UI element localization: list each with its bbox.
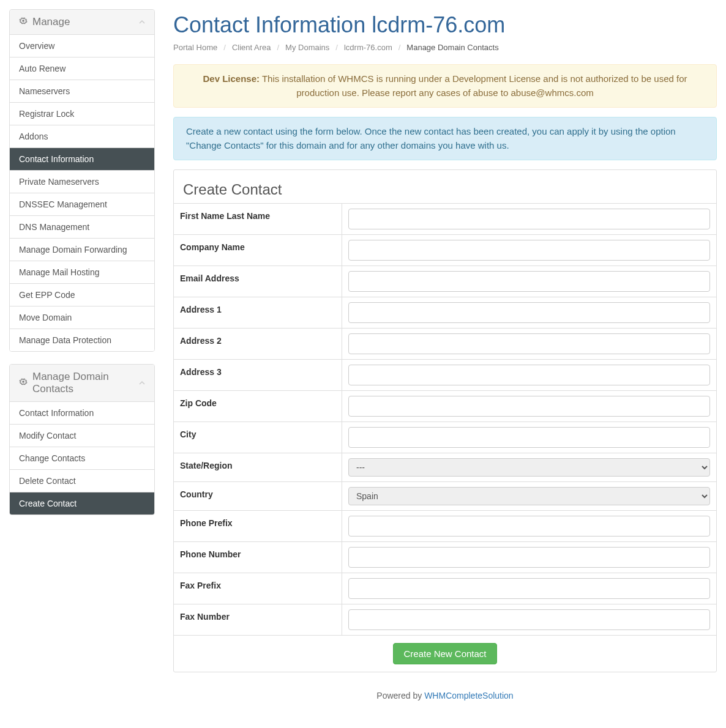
chevron-up-icon xyxy=(139,17,145,27)
footer-link[interactable]: WHMCompleteSolution xyxy=(424,691,514,700)
sidebar-item-manage-3[interactable]: Registrar Lock xyxy=(10,102,154,125)
breadcrumb-link-0[interactable]: Portal Home xyxy=(173,43,217,52)
page-title: Contact Information lcdrm-76.com xyxy=(173,12,717,38)
dev-license-text: This installation of WHMCS is running un… xyxy=(260,73,687,98)
form-input-0[interactable] xyxy=(348,209,710,229)
contacts-panel-heading[interactable]: Manage Domain Contacts xyxy=(10,365,154,402)
sidebar: Manage OverviewAuto RenewNameserversRegi… xyxy=(9,9,155,527)
breadcrumb-item-0: Portal Home xyxy=(173,43,217,52)
form-input-5[interactable] xyxy=(348,365,710,385)
form-input-3[interactable] xyxy=(348,302,710,323)
sidebar-item-contacts-2[interactable]: Change Contacts xyxy=(10,447,154,469)
form-label-11: Phone Number xyxy=(174,542,342,573)
form-label-2: Email Address xyxy=(174,266,342,297)
sidebar-item-manage-1[interactable]: Auto Renew xyxy=(10,57,154,80)
sidebar-item-manage-10[interactable]: Manage Mail Hosting xyxy=(10,261,154,283)
manage-list: OverviewAuto RenewNameserversRegistrar L… xyxy=(10,35,154,351)
form-heading: Create Contact xyxy=(183,181,707,198)
breadcrumb-item-3: lcdrm-76.com xyxy=(329,43,392,52)
manage-panel-title: Manage xyxy=(32,16,70,28)
sidebar-item-manage-4[interactable]: Addons xyxy=(10,125,154,147)
breadcrumb-current: Manage Domain Contacts xyxy=(406,43,498,52)
form-label-1: Company Name xyxy=(174,235,342,266)
breadcrumb-item-1: Client Area xyxy=(217,43,271,52)
form-row-5: Address 3 xyxy=(174,359,716,390)
footer-prefix: Powered by xyxy=(376,691,424,700)
breadcrumb: Portal HomeClient AreaMy Domainslcdrm-76… xyxy=(173,43,717,52)
sidebar-item-manage-13[interactable]: Manage Data Protection xyxy=(10,329,154,351)
dev-license-label: Dev License: xyxy=(203,73,260,84)
form-input-12[interactable] xyxy=(348,578,710,599)
info-alert: Create a new contact using the form belo… xyxy=(173,117,717,160)
form-label-0: First Name Last Name xyxy=(174,204,342,234)
sidebar-item-contacts-4[interactable]: Create Contact xyxy=(10,492,154,514)
form-label-3: Address 1 xyxy=(174,297,342,328)
sidebar-item-manage-6[interactable]: Private Nameservers xyxy=(10,170,154,193)
form-label-9: Country xyxy=(174,482,342,510)
form-row-12: Fax Prefix xyxy=(174,573,716,604)
sidebar-item-manage-11[interactable]: Get EPP Code xyxy=(10,283,154,306)
form-label-13: Fax Number xyxy=(174,604,342,635)
breadcrumb-link-2[interactable]: My Domains xyxy=(285,43,329,52)
footer: Powered by WHMCompleteSolution xyxy=(173,688,717,716)
dev-license-alert: Dev License: This installation of WHMCS … xyxy=(173,64,717,108)
form-row-8: State/Region--- xyxy=(174,453,716,481)
form-row-0: First Name Last Name xyxy=(174,203,716,234)
form-select-9[interactable]: Spain xyxy=(348,487,710,505)
contacts-panel-title: Manage Domain Contacts xyxy=(32,371,139,395)
form-input-13[interactable] xyxy=(348,609,710,630)
manage-panel-heading[interactable]: Manage xyxy=(10,10,154,35)
gear-icon xyxy=(19,377,28,389)
form-input-6[interactable] xyxy=(348,396,710,417)
create-contact-button[interactable]: Create New Contact xyxy=(393,643,496,664)
sidebar-item-manage-2[interactable]: Nameservers xyxy=(10,80,154,102)
form-row-9: CountrySpain xyxy=(174,481,716,510)
form-label-6: Zip Code xyxy=(174,391,342,422)
form-select-8[interactable]: --- xyxy=(348,458,710,477)
sidebar-item-contacts-1[interactable]: Modify Contact xyxy=(10,424,154,447)
create-contact-form: Create Contact First Name Last NameCompa… xyxy=(173,169,717,672)
sidebar-item-manage-12[interactable]: Move Domain xyxy=(10,306,154,329)
form-row-2: Email Address xyxy=(174,266,716,297)
form-row-6: Zip Code xyxy=(174,390,716,422)
contacts-panel: Manage Domain Contacts Contact Informati… xyxy=(9,364,155,515)
manage-panel: Manage OverviewAuto RenewNameserversRegi… xyxy=(9,9,155,352)
form-input-11[interactable] xyxy=(348,547,710,568)
form-input-10[interactable] xyxy=(348,516,710,537)
form-row-3: Address 1 xyxy=(174,297,716,328)
sidebar-item-contacts-3[interactable]: Delete Contact xyxy=(10,469,154,492)
gear-icon xyxy=(19,16,28,28)
chevron-up-icon xyxy=(139,378,145,388)
form-input-4[interactable] xyxy=(348,333,710,354)
form-row-11: Phone Number xyxy=(174,541,716,573)
breadcrumb-item-4: Manage Domain Contacts xyxy=(392,43,499,52)
form-label-12: Fax Prefix xyxy=(174,573,342,604)
form-row-7: City xyxy=(174,422,716,453)
form-input-1[interactable] xyxy=(348,240,710,261)
sidebar-item-manage-0[interactable]: Overview xyxy=(10,35,154,57)
main-content: Contact Information lcdrm-76.com Portal … xyxy=(173,9,717,716)
form-label-5: Address 3 xyxy=(174,360,342,390)
form-row-4: Address 2 xyxy=(174,328,716,359)
form-label-7: City xyxy=(174,422,342,453)
sidebar-item-manage-9[interactable]: Manage Domain Forwarding xyxy=(10,238,154,261)
form-label-4: Address 2 xyxy=(174,329,342,359)
sidebar-item-manage-7[interactable]: DNSSEC Management xyxy=(10,193,154,215)
breadcrumb-link-1[interactable]: Client Area xyxy=(232,43,271,52)
form-input-2[interactable] xyxy=(348,271,710,292)
form-label-8: State/Region xyxy=(174,453,342,481)
form-row-1: Company Name xyxy=(174,234,716,266)
form-row-10: Phone Prefix xyxy=(174,510,716,541)
form-row-13: Fax Number xyxy=(174,604,716,635)
breadcrumb-link-3[interactable]: lcdrm-76.com xyxy=(344,43,392,52)
contacts-list: Contact InformationModify ContactChange … xyxy=(10,402,154,514)
sidebar-item-contacts-0[interactable]: Contact Information xyxy=(10,402,154,424)
form-input-7[interactable] xyxy=(348,427,710,448)
sidebar-item-manage-8[interactable]: DNS Management xyxy=(10,215,154,238)
breadcrumb-item-2: My Domains xyxy=(271,43,329,52)
sidebar-item-manage-5[interactable]: Contact Information xyxy=(10,147,154,170)
form-label-10: Phone Prefix xyxy=(174,511,342,541)
